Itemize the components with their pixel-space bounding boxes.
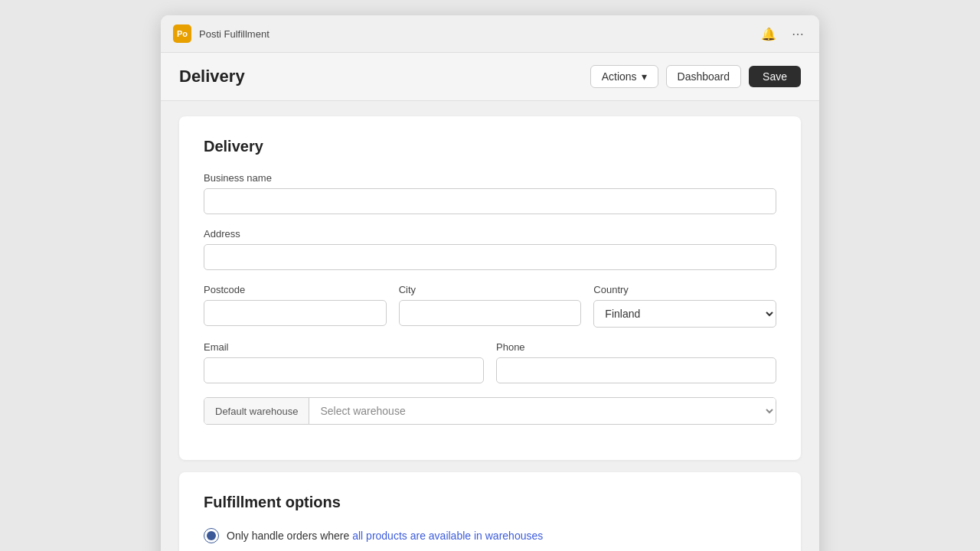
phone-input[interactable] — [496, 357, 776, 383]
page-content: Delivery Business name Address Postcode … — [161, 101, 819, 551]
country-label: Country — [593, 284, 776, 295]
fulfillment-option-1-link: all products are available in warehouses — [352, 530, 543, 542]
page-header: Delivery Actions ▾ Dashboard Save — [161, 53, 819, 101]
postcode-label: Postcode — [204, 284, 387, 295]
city-label: City — [399, 284, 582, 295]
save-button[interactable]: Save — [749, 66, 801, 87]
fulfillment-card-title: Fulfillment options — [204, 494, 776, 511]
warehouse-row: Default warehouse Select warehouse — [204, 397, 776, 425]
country-group: Country Finland Sweden Norway Denmark Es… — [593, 284, 776, 328]
business-name-input[interactable] — [204, 188, 776, 214]
warehouse-label: Default warehouse — [204, 398, 309, 424]
page-title: Delivery — [179, 67, 245, 86]
email-label: Email — [204, 341, 484, 353]
email-group: Email — [204, 341, 484, 383]
address-label: Address — [204, 228, 776, 240]
fulfillment-radio-1[interactable] — [204, 528, 219, 543]
business-name-group: Business name — [204, 172, 776, 214]
warehouse-group: Default warehouse Select warehouse — [204, 397, 776, 425]
browser-window: Po Posti Fulfillment 🔔 ⋯ Delivery Action… — [161, 15, 819, 551]
phone-group: Phone — [496, 341, 776, 383]
header-actions: Actions ▾ Dashboard Save — [590, 65, 801, 88]
fulfillment-options: Only handle orders where all products ar… — [204, 528, 776, 551]
country-select[interactable]: Finland Sweden Norway Denmark Estonia — [593, 300, 776, 328]
warehouse-select[interactable]: Select warehouse — [309, 398, 776, 424]
delivery-card: Delivery Business name Address Postcode … — [179, 116, 801, 460]
more-button[interactable]: ⋯ — [789, 25, 807, 43]
address-group: Address — [204, 228, 776, 270]
postcode-city-country-row: Postcode City Country Finland Sweden Nor… — [204, 284, 776, 328]
fulfillment-option-1[interactable]: Only handle orders where all products ar… — [204, 528, 776, 543]
email-input[interactable] — [204, 357, 484, 383]
title-bar: Po Posti Fulfillment 🔔 ⋯ — [161, 15, 819, 53]
chevron-down-icon: ▾ — [642, 70, 647, 83]
phone-label: Phone — [496, 341, 776, 353]
delivery-card-title: Delivery — [204, 138, 776, 155]
more-icon: ⋯ — [792, 28, 804, 41]
email-phone-row: Email Phone — [204, 341, 776, 383]
actions-button[interactable]: Actions ▾ — [590, 65, 658, 88]
fulfillment-option-1-label: Only handle orders where all products ar… — [227, 530, 543, 542]
actions-label: Actions — [602, 70, 637, 83]
app-title: Posti Fulfillment — [199, 28, 750, 40]
postcode-group: Postcode — [204, 284, 387, 328]
bell-icon: 🔔 — [761, 28, 776, 41]
city-group: City — [399, 284, 582, 328]
business-name-label: Business name — [204, 172, 776, 184]
title-bar-actions: 🔔 ⋯ — [758, 25, 807, 43]
app-icon: Po — [173, 24, 191, 43]
fulfillment-card: Fulfillment options Only handle orders w… — [179, 472, 801, 551]
postcode-input[interactable] — [204, 300, 387, 326]
notification-button[interactable]: 🔔 — [758, 25, 779, 43]
address-input[interactable] — [204, 244, 776, 270]
city-input[interactable] — [399, 300, 582, 326]
dashboard-button[interactable]: Dashboard — [666, 65, 742, 88]
